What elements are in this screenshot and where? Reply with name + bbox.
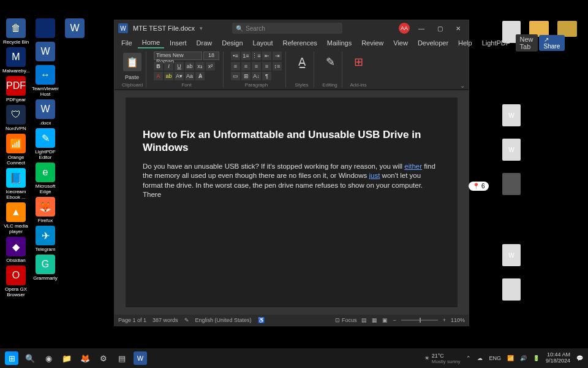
desktop-icon[interactable]: PDFPDFgear bbox=[2, 76, 29, 102]
show-marks-button[interactable]: ¶ bbox=[262, 72, 271, 80]
line-spacing-button[interactable]: ↕≡ bbox=[273, 62, 282, 71]
document-area[interactable]: How to Fix an Unformattable and Unusable… bbox=[115, 90, 469, 315]
bold-button[interactable]: B bbox=[154, 62, 163, 71]
shading-button[interactable]: ▭ bbox=[231, 72, 240, 80]
desktop-icon[interactable]: ◆Obsidian bbox=[2, 237, 29, 263]
language-indicator[interactable]: English (United States) bbox=[195, 317, 252, 323]
search-input[interactable]: 🔍 Search bbox=[232, 23, 342, 34]
word-count[interactable]: 387 words bbox=[153, 317, 178, 323]
share-button[interactable]: ↗ Share bbox=[539, 35, 565, 51]
clear-fmt-button[interactable]: A̷ bbox=[195, 72, 205, 80]
bullets-button[interactable]: •≡ bbox=[231, 52, 240, 60]
highlight-button[interactable]: ab bbox=[164, 72, 173, 80]
weather-widget[interactable]: ☀ 21°C Mostly sunny bbox=[424, 353, 461, 364]
desktop-icon[interactable]: ▲VLC media player bbox=[2, 202, 29, 234]
zoom-in-button[interactable]: + bbox=[443, 317, 446, 323]
accessibility-icon[interactable]: ♿ bbox=[258, 317, 265, 323]
menu-review[interactable]: Review bbox=[357, 38, 388, 48]
desktop-icon[interactable]: ✈Telegram bbox=[32, 226, 59, 252]
numbering-button[interactable]: 1≡ bbox=[241, 52, 251, 60]
menu-help[interactable]: Help bbox=[454, 38, 477, 48]
desktop-icon[interactable]: 📘Icecream Ebook ... bbox=[2, 168, 29, 200]
desktop-icon[interactable]: MMalwareby... bbox=[2, 47, 29, 74]
docx-icon[interactable]: W bbox=[502, 104, 521, 126]
italic-button[interactable]: I bbox=[164, 62, 173, 71]
desktop-icon[interactable]: 📶Orange Connect bbox=[2, 134, 29, 166]
multilist-button[interactable]: ⋮≡ bbox=[252, 52, 261, 60]
notification-badge[interactable]: 📍 6 bbox=[469, 182, 489, 191]
page-indicator[interactable]: Page 1 of 1 bbox=[118, 317, 146, 323]
onedrive-icon[interactable]: ☁ bbox=[477, 355, 483, 361]
font-size-select[interactable]: 18 bbox=[203, 52, 219, 60]
menu-design[interactable]: Design bbox=[217, 38, 247, 48]
desktop-icon[interactable]: eMicrosoft Edge bbox=[32, 163, 59, 194]
addins-icon[interactable]: ⊞ bbox=[350, 53, 367, 71]
search-button[interactable]: 🔍 bbox=[23, 351, 37, 365]
spellcheck-icon[interactable]: ✎ bbox=[184, 317, 189, 323]
firefox-button[interactable]: 🦊 bbox=[78, 351, 92, 365]
web-layout-button[interactable]: ▣ bbox=[382, 317, 388, 323]
menu-developer[interactable]: Developer bbox=[413, 38, 453, 48]
taskbar-app-button[interactable]: ▤ bbox=[115, 351, 129, 365]
desktop-icon[interactable]: W bbox=[61, 18, 88, 39]
volume-icon[interactable]: 🔊 bbox=[520, 355, 527, 361]
close-button[interactable]: ✕ bbox=[451, 23, 465, 34]
collapse-ribbon-button[interactable]: ⌄ bbox=[460, 82, 465, 89]
sort-button[interactable]: A↓ bbox=[252, 72, 261, 80]
menu-lightpdf[interactable]: LightPDF bbox=[478, 38, 514, 48]
menu-mailings[interactable]: Mailings bbox=[323, 38, 356, 48]
align-center-button[interactable]: ≡ bbox=[241, 62, 251, 71]
menu-references[interactable]: References bbox=[279, 38, 322, 48]
superscript-button[interactable]: x² bbox=[206, 62, 215, 71]
maximize-button[interactable]: ▢ bbox=[433, 23, 447, 34]
clock[interactable]: 10:44 AM 9/18/2024 bbox=[546, 352, 570, 364]
battery-icon[interactable]: 🔋 bbox=[533, 355, 540, 361]
tray-chevron-icon[interactable]: ⌃ bbox=[466, 355, 471, 361]
desktop-icon[interactable]: W bbox=[32, 42, 59, 63]
subscript-button[interactable]: x₂ bbox=[195, 62, 205, 71]
wifi-icon[interactable]: 📶 bbox=[507, 355, 514, 361]
desktop-icon[interactable]: ✎LightPDF Editor bbox=[32, 128, 59, 160]
file-icon[interactable] bbox=[502, 278, 521, 301]
editing-icon[interactable]: ✎ bbox=[322, 53, 339, 71]
indent-button[interactable]: ⇥ bbox=[273, 52, 282, 60]
desktop-icon[interactable]: 🛡NordVPN bbox=[2, 105, 29, 131]
settings-button[interactable]: ⚙ bbox=[97, 351, 110, 365]
paste-icon[interactable]: 📋 bbox=[123, 53, 141, 71]
menu-home[interactable]: Home bbox=[138, 37, 164, 48]
menu-new-tab[interactable]: New Tab bbox=[516, 34, 538, 52]
align-right-button[interactable]: ≡ bbox=[252, 62, 261, 71]
desktop-icon[interactable]: 🗑Recycle Bin bbox=[2, 18, 29, 45]
menu-draw[interactable]: Draw bbox=[192, 38, 217, 48]
zoom-level[interactable]: 110% bbox=[451, 317, 465, 323]
desktop-icon[interactable]: ↔TeamViewer Host bbox=[32, 65, 59, 97]
focus-mode-button[interactable]: ⊡ Focus bbox=[335, 317, 356, 323]
menu-file[interactable]: File bbox=[117, 38, 137, 48]
desktop-icon[interactable]: W.docx bbox=[32, 99, 59, 126]
desktop-icon[interactable]: GGrammarly bbox=[32, 255, 59, 281]
docx-icon[interactable]: W bbox=[502, 139, 521, 161]
menu-insert[interactable]: Insert bbox=[165, 38, 191, 48]
text-effects-button[interactable]: A▾ bbox=[175, 72, 184, 80]
strike-button[interactable]: ab bbox=[185, 62, 194, 71]
font-name-select[interactable]: Times New Roman bbox=[154, 52, 202, 60]
read-mode-button[interactable]: ▤ bbox=[361, 317, 367, 323]
docx-icon[interactable]: W bbox=[502, 244, 521, 266]
desktop-icon[interactable] bbox=[32, 18, 59, 39]
language-indicator[interactable]: ENG bbox=[489, 355, 501, 361]
menu-layout[interactable]: Layout bbox=[249, 38, 277, 48]
desktop-icon[interactable]: OOpera GX Browser bbox=[2, 266, 29, 297]
chevron-down-icon[interactable]: ▾ bbox=[200, 25, 203, 31]
file-icon[interactable] bbox=[502, 173, 521, 195]
underline-button[interactable]: U bbox=[175, 62, 184, 71]
font-color-button[interactable]: A bbox=[154, 72, 163, 80]
file-explorer-button[interactable]: 📁 bbox=[60, 351, 74, 365]
notifications-button[interactable]: 💬 bbox=[576, 355, 583, 361]
borders-button[interactable]: ⊞ bbox=[241, 72, 251, 80]
user-avatar[interactable]: AA bbox=[399, 23, 410, 34]
change-case-button[interactable]: Aa bbox=[185, 72, 194, 80]
start-button[interactable]: ⊞ bbox=[5, 351, 18, 365]
align-left-button[interactable]: ≡ bbox=[231, 62, 240, 71]
minimize-button[interactable]: — bbox=[415, 23, 428, 34]
styles-icon[interactable]: A̲ bbox=[293, 53, 311, 71]
